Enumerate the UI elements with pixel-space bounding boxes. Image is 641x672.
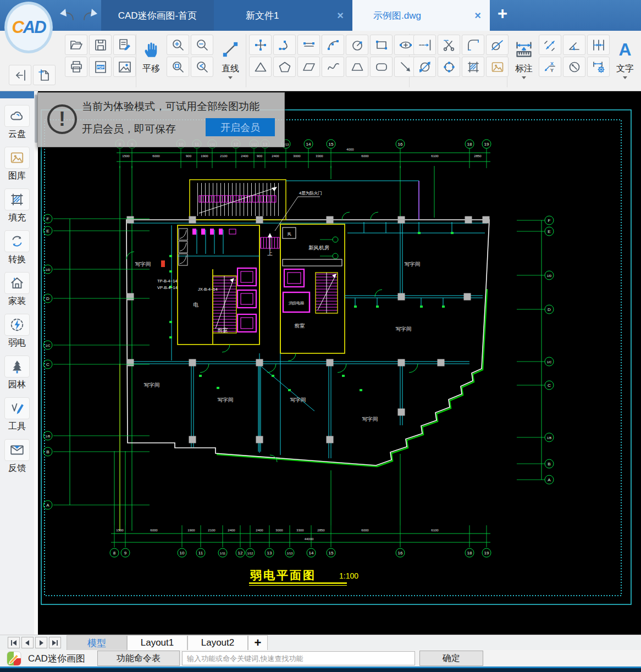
save-as-button[interactable] xyxy=(113,35,136,55)
fillet-tool[interactable] xyxy=(462,35,484,55)
tangent-tool[interactable] xyxy=(486,35,509,55)
command-list-button[interactable]: 功能命令表 xyxy=(97,651,180,666)
image-export-button[interactable] xyxy=(113,57,136,77)
svg-text:1/C: 1/C xyxy=(46,344,51,347)
sidebar-item-gallery[interactable]: 图库 xyxy=(2,147,32,182)
trapezoid-tool[interactable] xyxy=(346,57,368,77)
polyline-tool[interactable] xyxy=(273,35,296,55)
close-tab-icon[interactable]: × xyxy=(474,9,481,22)
open-button[interactable] xyxy=(65,35,87,55)
coordinate-dim-tool[interactable]: XY xyxy=(539,57,561,77)
svg-text:X: X xyxy=(550,60,553,66)
new-tab-button[interactable]: + xyxy=(490,0,507,31)
svg-text:900: 900 xyxy=(257,154,263,158)
last-layout-button[interactable] xyxy=(49,637,61,648)
pdf-export-button[interactable]: PDF xyxy=(89,57,112,77)
ok-button[interactable]: 确定 xyxy=(419,651,483,666)
double-line-tool[interactable] xyxy=(297,35,320,55)
extend-tool[interactable] xyxy=(413,35,436,55)
sidebar-item-fill[interactable]: 填充 xyxy=(2,188,32,224)
svg-text:B: B xyxy=(46,449,49,454)
app-window: CAD CAD迷你画图-首页新文件1×示例图.dwg×+ PDF平移直线标注XY… xyxy=(0,0,641,672)
tab-active-2[interactable]: 示例图.dwg× xyxy=(352,0,490,31)
zoomin-icon xyxy=(171,38,185,52)
sidebar-item-cloud[interactable]: 云盘 xyxy=(2,105,32,140)
svg-text:16: 16 xyxy=(398,142,403,147)
arc-tool[interactable] xyxy=(322,35,344,55)
node-edit-tool[interactable] xyxy=(438,57,460,77)
rotate-tool[interactable] xyxy=(413,57,436,77)
svg-text:1/11: 1/11 xyxy=(220,552,225,555)
sidebar-item-label: 转换 xyxy=(2,254,32,265)
zoom-out-button[interactable] xyxy=(191,35,213,55)
sidebar-item-tools[interactable]: 工具 xyxy=(2,397,32,432)
axis-lines xyxy=(70,153,541,542)
circle-tool[interactable] xyxy=(346,35,368,55)
radius-dim-tool[interactable] xyxy=(563,57,585,77)
dimension-tool[interactable]: 标注 xyxy=(510,37,538,79)
new-file-button[interactable] xyxy=(33,65,56,85)
rectangle-tool[interactable] xyxy=(370,35,393,55)
sidebar-item-home[interactable]: 家装 xyxy=(2,272,32,307)
exit-button[interactable] xyxy=(9,65,31,85)
app-logo[interactable]: CAD xyxy=(4,2,53,53)
pentagon-tool[interactable] xyxy=(273,57,296,77)
print-button[interactable] xyxy=(65,57,87,77)
zoom-window-button[interactable] xyxy=(167,57,189,77)
zoom-previous-button[interactable] xyxy=(191,57,213,77)
add-layout-button[interactable]: + xyxy=(248,635,268,650)
forward-button[interactable] xyxy=(80,5,100,25)
svg-text:D: D xyxy=(46,296,49,301)
aligned-icon xyxy=(543,38,557,52)
continuous-dim-tool[interactable] xyxy=(587,35,610,55)
tab-0[interactable]: CAD迷你画图-首页 xyxy=(101,0,214,31)
fill-icon xyxy=(9,192,25,207)
layout-tab-layout1[interactable]: Layout1 xyxy=(127,635,187,650)
layout-tab-layout2[interactable]: Layout2 xyxy=(187,635,248,650)
angular-icon xyxy=(567,38,582,52)
first-layout-button[interactable] xyxy=(8,637,20,648)
pictan-icon xyxy=(490,60,505,74)
sidebar-item-convert[interactable]: 转换 xyxy=(2,230,32,265)
next-layout-button[interactable] xyxy=(35,637,47,648)
hatch-crop-tool[interactable] xyxy=(462,57,484,77)
floor-plan-drawing[interactable]: 8910111/11121/12131/1314151618198910111/… xyxy=(34,91,641,635)
aligned-dim-tool[interactable] xyxy=(539,35,561,55)
insert-image-tool[interactable] xyxy=(486,57,509,77)
prev-layout-button[interactable] xyxy=(21,637,34,648)
pan-tool[interactable]: 平移 xyxy=(137,37,165,75)
recttool-icon xyxy=(374,38,389,52)
back-button[interactable] xyxy=(57,5,77,25)
rounded-rect-tool[interactable] xyxy=(370,57,393,77)
close-tab-icon[interactable]: × xyxy=(337,9,344,22)
tab-1[interactable]: 新文件1× xyxy=(214,0,352,31)
canvas-scrollbar[interactable] xyxy=(34,91,38,635)
dim-settings-tool[interactable] xyxy=(587,57,610,77)
trim-tool[interactable] xyxy=(438,35,460,55)
open-membership-button[interactable]: 开启会员 xyxy=(206,118,275,136)
sidebar-item-garden[interactable]: 园林 xyxy=(2,356,32,391)
svg-text:13: 13 xyxy=(267,551,272,556)
line-tool[interactable]: 直线 xyxy=(217,37,244,79)
svg-text:14: 14 xyxy=(306,142,311,147)
continuous-icon xyxy=(592,38,606,52)
save-button[interactable] xyxy=(89,35,112,55)
triangle-tool[interactable] xyxy=(249,57,272,77)
para-icon xyxy=(302,60,316,74)
angular-dim-tool[interactable] xyxy=(563,35,585,55)
node-line-tool[interactable] xyxy=(249,35,272,55)
sidebar-item-feedback[interactable]: 反馈 xyxy=(2,439,32,474)
zoomwin-icon xyxy=(171,60,185,74)
command-search-input[interactable] xyxy=(182,651,415,665)
parallelogram-tool[interactable] xyxy=(297,57,320,77)
text-tool[interactable]: A文字 xyxy=(611,37,639,79)
feedback-icon xyxy=(9,442,25,458)
svg-text:2400: 2400 xyxy=(241,154,248,158)
sidebar-item-weak-current[interactable]: 弱电 xyxy=(2,314,32,349)
trap-icon xyxy=(350,60,364,74)
drawing-canvas-area[interactable]: 8910111/11121/12131/1314151618198910111/… xyxy=(34,91,641,635)
zoom-in-button[interactable] xyxy=(167,35,189,55)
spline-tool[interactable] xyxy=(322,57,344,77)
svg-text:1/B: 1/B xyxy=(46,435,51,438)
layout-tab-模型[interactable]: 模型 xyxy=(67,635,127,650)
